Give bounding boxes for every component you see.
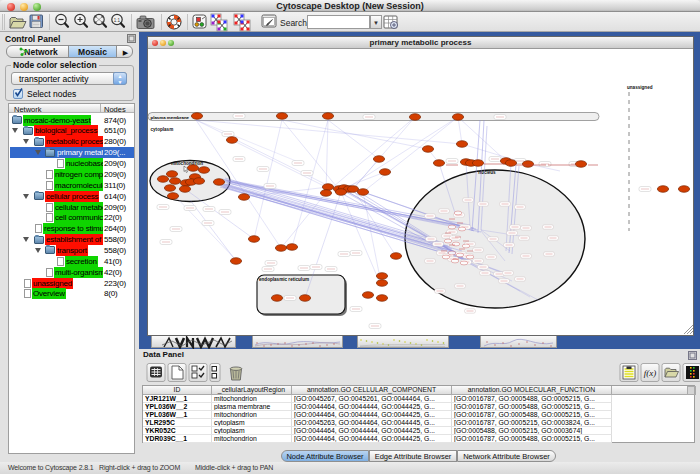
- svg-text:cytoplasm: cytoplasm: [151, 127, 174, 132]
- svg-text:1:1: 1:1: [114, 18, 121, 23]
- svg-text:endoplasmic reticulum: endoplasmic reticulum: [259, 277, 309, 282]
- svg-text:f(x): f(x): [644, 368, 657, 378]
- svg-text:mitochondrion: mitochondrion: [171, 161, 203, 166]
- svg-text:unassigned: unassigned: [627, 85, 653, 90]
- svg-text:plasma membrane: plasma membrane: [151, 115, 190, 120]
